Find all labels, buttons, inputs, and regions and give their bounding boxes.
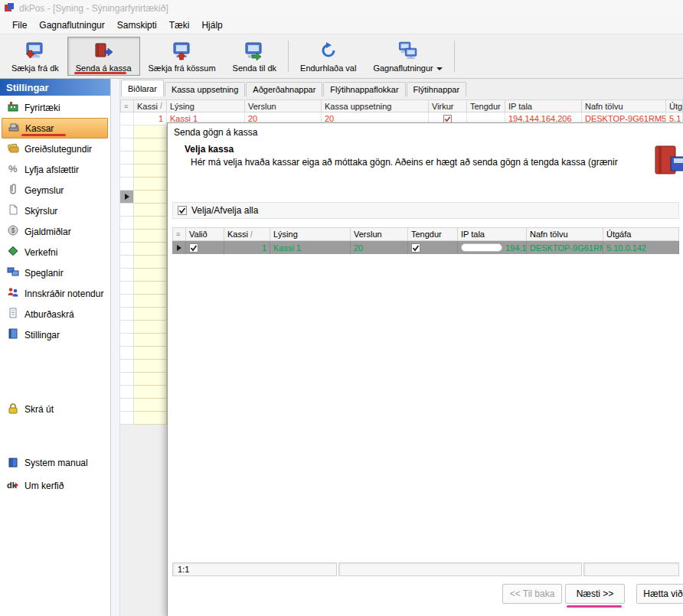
row-indicator-cell[interactable]: [120, 386, 134, 399]
col-header-kassa-uppsetning[interactable]: Kassa uppsetning: [322, 99, 429, 112]
dialog-col-utgafa[interactable]: Útgáfa: [603, 227, 679, 241]
cell-tengdur-checkbox[interactable]: [408, 241, 458, 254]
dialog-col-ip[interactable]: IP tala: [458, 227, 527, 241]
sidebar-item-innskradir-notendur[interactable]: Innskráðir notendur: [2, 283, 108, 304]
dialog-col-nafn[interactable]: Nafn tölvu: [527, 227, 603, 241]
col-header-utgafa[interactable]: Útg: [666, 99, 683, 112]
empty-kassi-cell[interactable]: [134, 217, 167, 230]
cancel-button[interactable]: Hætta við: [636, 584, 683, 604]
cell-utgafa[interactable]: 5.10.0.142: [603, 241, 679, 254]
empty-grid-row[interactable]: [120, 412, 167, 425]
empty-grid-row[interactable]: [120, 360, 167, 373]
row-indicator-cell[interactable]: [120, 165, 134, 178]
tab-flytihnappaflokkar[interactable]: Flýtihnappaflokkar: [323, 82, 405, 96]
sidebar-item-lyfja-afslaettir[interactable]: % Lyfja afslættir: [2, 159, 108, 180]
cell-ip[interactable]: 194.144.164.206: [458, 241, 527, 254]
tab-kassa-uppsetning[interactable]: Kassa uppsetning: [165, 82, 245, 96]
empty-kassi-cell[interactable]: [134, 308, 167, 321]
empty-grid-row[interactable]: [120, 243, 167, 256]
empty-kassi-cell[interactable]: [134, 230, 167, 243]
reload-selection-button[interactable]: Endurhlaða val: [292, 37, 364, 76]
menu-hjalp[interactable]: Hjálp: [195, 20, 228, 31]
empty-kassi-cell[interactable]: [134, 360, 167, 373]
empty-grid-row[interactable]: [120, 256, 167, 269]
empty-kassi-cell[interactable]: [134, 347, 167, 360]
col-header-kassi[interactable]: Kassi/: [134, 99, 167, 112]
sidebar-item-verkefni[interactable]: Verkefni: [2, 242, 108, 262]
row-indicator-cell[interactable]: [120, 125, 134, 139]
empty-grid-row[interactable]: [120, 230, 167, 243]
empty-grid-row[interactable]: [120, 308, 167, 321]
dialog-col-kassi[interactable]: Kassi/: [224, 227, 270, 241]
empty-grid-row[interactable]: [120, 217, 167, 230]
grid-corner-cell[interactable]: ≡: [120, 99, 134, 112]
empty-grid-row[interactable]: [120, 165, 167, 178]
empty-grid-row[interactable]: [120, 178, 167, 191]
empty-grid-row[interactable]: [120, 191, 167, 204]
empty-kassi-cell[interactable]: [134, 321, 167, 334]
row-indicator-cell[interactable]: [120, 256, 134, 269]
data-transfer-button[interactable]: Gagnaflutningur: [364, 37, 450, 76]
col-header-virkur[interactable]: Virkur: [429, 99, 467, 112]
empty-grid-row[interactable]: [120, 204, 167, 217]
row-indicator-cell[interactable]: [120, 334, 134, 347]
empty-grid-row[interactable]: [120, 295, 167, 308]
row-indicator-cell[interactable]: [120, 152, 134, 165]
cell-kassi[interactable]: 1: [224, 241, 270, 254]
sidebar-item-gjaldmidlar[interactable]: $ Gjaldmiðlar: [2, 221, 108, 242]
empty-grid-row[interactable]: [120, 152, 167, 165]
row-indicator-cell[interactable]: [120, 191, 134, 204]
dialog-selected-row[interactable]: 1 Kassi 1 20 194.144.164.206 DESKTOP-9G6…: [172, 241, 679, 254]
menu-taeki[interactable]: Tæki: [163, 20, 196, 31]
row-indicator-cell[interactable]: [120, 308, 134, 321]
empty-kassi-cell[interactable]: [134, 243, 167, 256]
empty-grid-row[interactable]: [120, 399, 167, 412]
row-indicator-cell[interactable]: [120, 321, 134, 334]
empty-kassi-cell[interactable]: [134, 412, 167, 425]
fetch-from-dk-button[interactable]: Sækja frá dk: [3, 37, 67, 76]
empty-kassi-cell[interactable]: [134, 191, 167, 204]
row-indicator-cell[interactable]: [120, 399, 134, 412]
row-indicator-cell[interactable]: [120, 412, 134, 425]
empty-grid-row[interactable]: [120, 282, 167, 295]
dialog-col-verslun[interactable]: Verslun: [351, 227, 408, 241]
row-indicator-cell[interactable]: [120, 112, 134, 125]
menu-samskipti[interactable]: Samskipti: [111, 20, 163, 31]
empty-kassi-cell[interactable]: [134, 125, 167, 139]
empty-grid-row[interactable]: [120, 139, 167, 152]
sidebar-item-stillingar[interactable]: Stillingar: [2, 324, 108, 345]
sidebar-item-kassar[interactable]: Kassar: [2, 118, 108, 139]
cell-lysing[interactable]: Kassi 1: [270, 241, 351, 254]
col-header-tengdur[interactable]: Tengdur: [467, 99, 505, 112]
tab-adgerdahnappar[interactable]: Aðgerðahnappar: [246, 82, 322, 96]
cell-kassi[interactable]: 1: [134, 112, 167, 125]
row-indicator-cell[interactable]: [120, 295, 134, 308]
empty-grid-row[interactable]: [120, 373, 167, 386]
empty-kassi-cell[interactable]: [134, 386, 167, 399]
row-indicator-cell[interactable]: [120, 204, 134, 217]
fetch-from-registers-button[interactable]: Sækja frá kössum: [140, 37, 224, 76]
dialog-col-lysing[interactable]: Lýsing: [270, 227, 351, 241]
dropdown-caret-icon[interactable]: [436, 67, 443, 70]
empty-kassi-cell[interactable]: [134, 178, 167, 191]
empty-grid-row[interactable]: [120, 334, 167, 347]
empty-kassi-cell[interactable]: [134, 269, 167, 282]
row-indicator-cell[interactable]: [120, 373, 134, 386]
menu-file[interactable]: File: [6, 20, 33, 31]
col-header-lysing[interactable]: Lýsing: [167, 99, 245, 112]
sidebar-item-greidslutegundir[interactable]: Greiðslutegundir: [2, 139, 108, 159]
sidebar-item-system-manual[interactable]: System manual: [2, 452, 108, 474]
back-button[interactable]: << Til baka: [502, 584, 562, 604]
tab-flytihnappar[interactable]: Flýtihnappar: [407, 82, 467, 96]
row-indicator-cell[interactable]: [120, 217, 134, 230]
sidebar-item-speglanir[interactable]: Speglanir: [2, 262, 108, 283]
col-header-ip-tala[interactable]: IP tala: [505, 99, 582, 112]
empty-grid-row[interactable]: [120, 125, 167, 139]
empty-grid-row[interactable]: [120, 321, 167, 334]
dialog-col-valid[interactable]: Valið: [186, 227, 224, 241]
empty-grid-row[interactable]: [120, 386, 167, 399]
row-indicator-cell[interactable]: [120, 139, 134, 152]
sidebar-item-um-kerfid[interactable]: dk Um kerfið: [2, 475, 108, 497]
row-indicator-cell[interactable]: [120, 178, 134, 191]
empty-kassi-cell[interactable]: [134, 139, 167, 152]
